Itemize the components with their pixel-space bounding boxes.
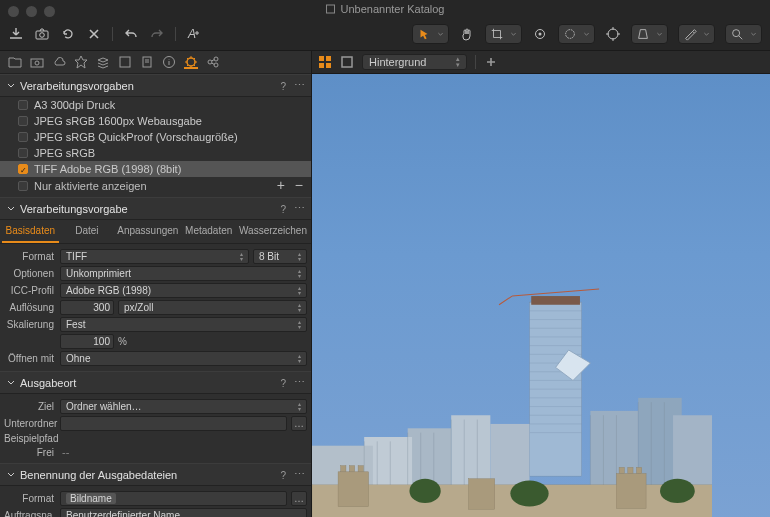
spot-tool-icon[interactable] [532, 26, 548, 42]
crop-tool[interactable] [485, 24, 522, 44]
subfolder-input[interactable] [60, 416, 287, 431]
browse-button[interactable]: … [291, 416, 307, 431]
naming-header[interactable]: Benennung der Ausgabedateien [0, 463, 311, 486]
undo-icon[interactable] [123, 26, 139, 42]
library-tab-icon[interactable] [8, 55, 22, 69]
import-icon[interactable] [8, 26, 24, 42]
preset-label: JPEG sRGB QuickProof (Vorschaugröße) [34, 131, 238, 143]
menu-icon[interactable] [294, 79, 305, 92]
subtab-metadata[interactable]: Metadaten [180, 220, 237, 243]
auto-adjust-icon[interactable]: A [186, 26, 202, 42]
remove-preset-button[interactable] [295, 180, 303, 192]
checkbox-icon[interactable] [18, 148, 28, 158]
tools-panel: Verarbeitungsvorgaben A3 300dpi Druck JP… [0, 51, 312, 517]
subtab-adjust[interactable]: Anpassungen [115, 220, 180, 243]
scale-select[interactable]: Fest▴▾ [60, 317, 307, 332]
checkbox-icon[interactable] [18, 164, 28, 174]
single-view-icon[interactable] [340, 55, 354, 69]
icc-label: ICC-Profil [4, 285, 60, 296]
svg-point-5 [539, 33, 542, 36]
camera-icon[interactable] [34, 26, 50, 42]
svg-point-7 [608, 29, 618, 39]
svg-rect-21 [326, 63, 331, 68]
bitdepth-select[interactable]: 8 Bit▴▾ [253, 249, 307, 264]
checkbox-icon[interactable] [18, 181, 28, 191]
free-space-label: Frei [4, 447, 60, 458]
checkbox-icon[interactable] [18, 132, 28, 142]
help-icon[interactable] [280, 377, 286, 389]
output-tab-icon[interactable] [184, 55, 198, 69]
grid-view-icon[interactable] [318, 55, 332, 69]
chevron-updown-icon: ▴▾ [294, 302, 304, 314]
menu-icon[interactable] [294, 376, 305, 389]
cursor-tool[interactable] [412, 24, 449, 44]
scale-percent-input[interactable]: 100 [60, 334, 114, 349]
presets-header[interactable]: Verarbeitungsvorgaben [0, 74, 311, 97]
brush-tool[interactable] [558, 24, 595, 44]
preset-label: JPEG sRGB 1600px Webausgabe [34, 115, 202, 127]
redo-icon[interactable] [149, 26, 165, 42]
close-window-button[interactable] [8, 6, 19, 17]
hand-tool-icon[interactable] [459, 26, 475, 42]
zoom-tool[interactable] [725, 24, 762, 44]
reset-icon[interactable] [60, 26, 76, 42]
subfolder-label: Unterordner [4, 418, 60, 429]
adjust-tab-icon[interactable] [74, 55, 88, 69]
metadata-tab-icon[interactable] [140, 55, 154, 69]
output-form: ZielOrdner wählen…▴▾ Unterordner… Beispi… [0, 394, 311, 463]
output-header[interactable]: Ausgabeort [0, 371, 311, 394]
target-tool-icon[interactable] [605, 26, 621, 42]
chevron-updown-icon: ▴▾ [294, 319, 304, 331]
histogram-tab-icon[interactable] [118, 55, 132, 69]
preset-item[interactable]: JPEG sRGB [0, 145, 311, 161]
naming-format-label: Format [4, 493, 60, 504]
chevron-updown-icon: ▴▾ [236, 251, 246, 263]
resolution-input[interactable]: 300 [60, 300, 114, 315]
minimize-window-button[interactable] [26, 6, 37, 17]
subtab-file[interactable]: Datei [59, 220, 116, 243]
help-icon[interactable] [280, 203, 286, 215]
keystone-tool[interactable] [631, 24, 668, 44]
window-title: Unbenannter Katalog [326, 3, 445, 15]
svg-rect-41 [469, 479, 495, 509]
options-select[interactable]: Unkomprimiert▴▾ [60, 266, 307, 281]
naming-format-field[interactable]: Bildname [60, 491, 287, 506]
checkbox-icon[interactable] [18, 116, 28, 126]
help-icon[interactable] [280, 469, 286, 481]
preset-item-selected[interactable]: TIFF Adobe RGB (1998) (8bit) [0, 161, 311, 177]
preset-item[interactable]: JPEG sRGB 1600px Webausgabe [0, 113, 311, 129]
svg-rect-19 [326, 56, 331, 61]
format-select[interactable]: TIFF▴▾ [60, 249, 249, 264]
resolution-unit-select[interactable]: px/Zoll▴▾ [118, 300, 307, 315]
close-icon[interactable] [86, 26, 102, 42]
image-preview[interactable] [312, 74, 770, 517]
cloud-tab-icon[interactable] [52, 55, 66, 69]
subtab-basic[interactable]: Basisdaten [2, 220, 59, 243]
chevron-updown-icon: ▴▾ [294, 251, 304, 263]
background-select[interactable]: Hintergrund▴▾ [362, 54, 467, 70]
checkbox-icon[interactable] [18, 100, 28, 110]
add-layer-icon[interactable] [484, 55, 498, 69]
menu-icon[interactable] [294, 468, 305, 481]
tool-tabs [0, 51, 311, 74]
resolution-label: Auflösung [4, 302, 60, 313]
share-tab-icon[interactable] [206, 55, 220, 69]
jobname-input[interactable]: Benutzerdefinierter Name [60, 508, 307, 517]
recipe-header[interactable]: Verarbeitungsvorgabe [0, 197, 311, 220]
preset-item[interactable]: JPEG sRGB QuickProof (Vorschaugröße) [0, 129, 311, 145]
destination-select[interactable]: Ordner wählen…▴▾ [60, 399, 307, 414]
capture-tab-icon[interactable] [30, 55, 44, 69]
maximize-window-button[interactable] [44, 6, 55, 17]
add-preset-button[interactable] [277, 180, 285, 192]
naming-browse-button[interactable]: … [291, 491, 307, 506]
info-tab-icon[interactable] [162, 55, 176, 69]
wb-tool[interactable] [678, 24, 715, 44]
menu-icon[interactable] [294, 202, 305, 215]
layers-tab-icon[interactable] [96, 55, 110, 69]
subtab-watermark[interactable]: Wasserzeichen [237, 220, 309, 243]
preset-label: A3 300dpi Druck [34, 99, 115, 111]
icc-select[interactable]: Adobe RGB (1998)▴▾ [60, 283, 307, 298]
preset-item[interactable]: A3 300dpi Druck [0, 97, 311, 113]
openwith-select[interactable]: Ohne▴▾ [60, 351, 307, 366]
help-icon[interactable] [280, 80, 286, 92]
